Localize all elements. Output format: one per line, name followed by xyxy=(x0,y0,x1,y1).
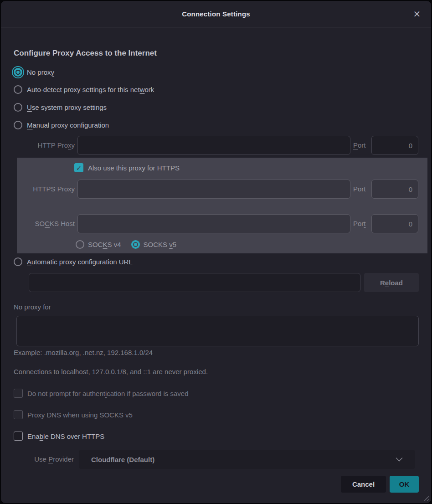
auto-url-radio-label[interactable]: Automatic proxy configuration URL xyxy=(27,258,133,266)
https-port-input[interactable] xyxy=(371,180,418,199)
no-proxy-radio-label[interactable]: No proxy xyxy=(27,68,54,76)
example-note: Example: .mozilla.org, .net.nz, 192.168.… xyxy=(14,349,153,356)
doh-label[interactable]: Enable DNS over HTTPS xyxy=(27,432,104,440)
check-icon: ✓ xyxy=(76,165,82,171)
socks-v5-radio[interactable] xyxy=(131,240,140,249)
ok-button[interactable]: OK xyxy=(390,476,419,493)
auto-detect-radio[interactable] xyxy=(14,85,22,94)
http-proxy-row: HTTP Proxy Port xyxy=(14,136,418,155)
http-port-input[interactable] xyxy=(371,136,418,155)
socks-port-label: Port xyxy=(353,214,370,233)
radio-row-auto-url: Automatic proxy configuration URL xyxy=(14,257,133,266)
socks-host-input[interactable] xyxy=(77,214,350,233)
no-prompt-auth-row: Do not prompt for authentication if pass… xyxy=(14,389,189,398)
localhost-note: Connections to localhost, 127.0.0.1/8, a… xyxy=(14,368,208,375)
no-proxy-for-label: No proxy for xyxy=(14,303,51,311)
https-proxy-row: HTTPS Proxy Port xyxy=(14,180,418,199)
http-port-label: Port xyxy=(353,136,370,155)
close-icon: ✕ xyxy=(413,9,421,20)
https-port-label: Port xyxy=(353,180,370,199)
doh-row: Enable DNS over HTTPS xyxy=(14,432,104,441)
socks-version-row: SOCKS v4 SOCKS v5 xyxy=(76,240,176,249)
system-proxy-radio[interactable] xyxy=(14,103,22,112)
dialog-title: Connection Settings xyxy=(182,10,250,18)
radio-row-system-proxy: Use system proxy settings xyxy=(14,103,107,112)
system-proxy-radio-label[interactable]: Use system proxy settings xyxy=(27,103,107,111)
no-prompt-auth-label[interactable]: Do not prompt for authentication if pass… xyxy=(27,390,189,397)
https-proxy-input[interactable] xyxy=(77,180,350,199)
socks-v4-radio[interactable] xyxy=(76,240,84,249)
manual-proxy-radio[interactable] xyxy=(14,121,22,129)
http-proxy-input[interactable] xyxy=(77,136,350,155)
share-proxy-checkbox-row: ✓ Also use this proxy for HTTPS xyxy=(74,163,180,172)
share-proxy-checkbox-label[interactable]: Also use this proxy for HTTPS xyxy=(88,164,180,172)
proxy-dns-label[interactable]: Proxy DNS when using SOCKS v5 xyxy=(27,411,133,419)
dialog-titlebar: Connection Settings ✕ xyxy=(1,1,431,27)
no-proxy-for-textarea[interactable] xyxy=(16,316,419,346)
socks-port-input[interactable] xyxy=(371,214,418,233)
doh-provider-dropdown[interactable]: Cloudflare (Default) xyxy=(79,450,415,469)
doh-checkbox[interactable] xyxy=(14,432,23,441)
manual-proxy-radio-label[interactable]: Manual proxy configuration xyxy=(27,121,109,129)
radio-row-manual-proxy: Manual proxy configuration xyxy=(14,120,109,129)
proxy-dns-row: Proxy DNS when using SOCKS v5 xyxy=(14,410,133,419)
share-proxy-checkbox[interactable]: ✓ xyxy=(74,163,83,172)
socks-host-row: SOCKS Host Port xyxy=(14,214,418,233)
chevron-down-icon xyxy=(396,458,403,462)
http-proxy-label: HTTP Proxy xyxy=(14,136,75,155)
resize-grip[interactable] xyxy=(422,494,429,501)
auto-url-radio[interactable] xyxy=(14,257,22,266)
page-title: Configure Proxy Access to the Internet xyxy=(14,49,157,58)
use-provider-label: Use Provider xyxy=(14,450,74,469)
reload-button[interactable]: Reload xyxy=(364,273,419,292)
socks-v4-radio-label[interactable]: SOCKS v4 xyxy=(88,241,121,248)
auto-detect-radio-label[interactable]: Auto-detect proxy settings for this netw… xyxy=(27,86,154,93)
https-proxy-label: HTTPS Proxy xyxy=(14,180,75,199)
cancel-button[interactable]: Cancel xyxy=(341,476,386,493)
doh-provider-selected-option: Cloudflare (Default) xyxy=(91,456,154,463)
no-proxy-radio[interactable] xyxy=(14,68,22,77)
socks-v5-radio-label[interactable]: SOCKS v5 xyxy=(144,241,177,248)
close-button[interactable]: ✕ xyxy=(410,7,424,21)
no-prompt-auth-checkbox[interactable] xyxy=(14,389,23,398)
radio-row-auto-detect: Auto-detect proxy settings for this netw… xyxy=(14,85,154,94)
proxy-dns-checkbox[interactable] xyxy=(14,410,23,419)
radio-row-no-proxy: No proxy xyxy=(14,67,54,77)
auto-url-input[interactable] xyxy=(29,273,360,292)
connection-settings-dialog: Connection Settings ✕ Configure Proxy Ac… xyxy=(1,1,431,503)
socks-host-label: SOCKS Host xyxy=(14,214,75,233)
